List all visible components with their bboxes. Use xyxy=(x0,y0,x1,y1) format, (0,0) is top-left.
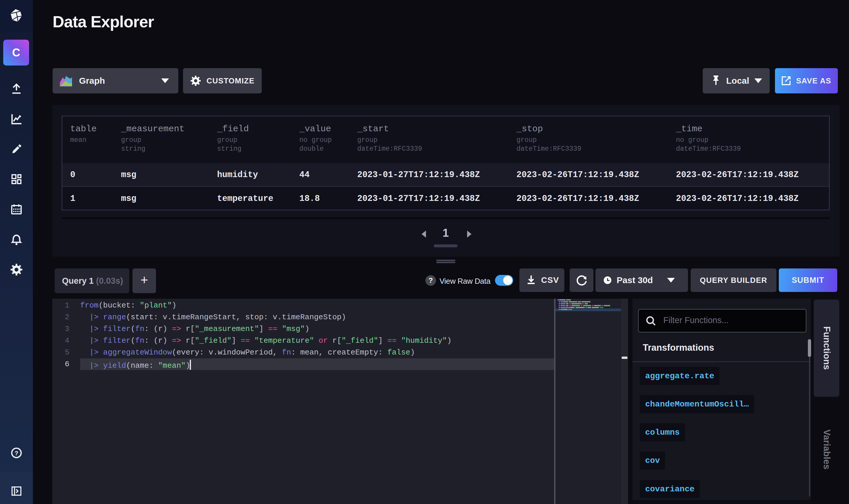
svg-text:?: ? xyxy=(15,450,18,456)
